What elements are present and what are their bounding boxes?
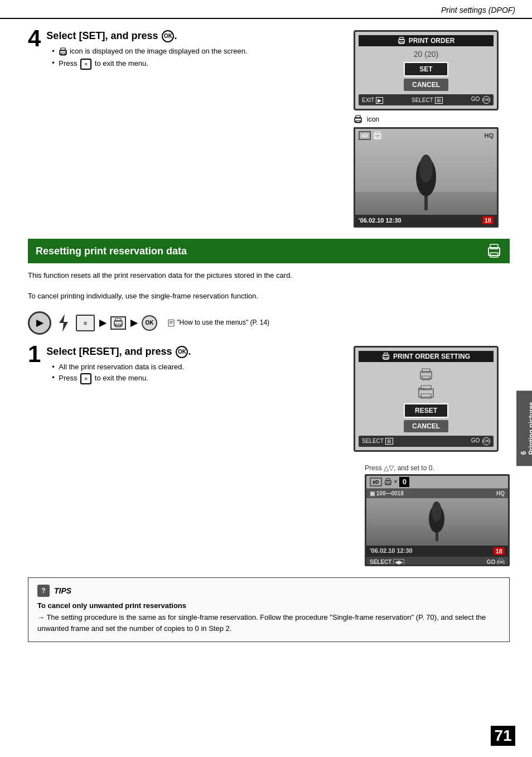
tips-title: TIPS: [54, 586, 71, 595]
step4-section: 4 Select [SET], and press OK.: [28, 30, 510, 228]
svg-rect-23: [168, 320, 174, 326]
svg-point-3: [65, 51, 66, 52]
preview-top-overlay: xD HQ: [359, 131, 494, 140]
tips-left: ? TIPS To cancel only unwanted print res…: [37, 585, 500, 635]
icon-label-row: icon: [354, 115, 510, 124]
svg-point-12: [419, 155, 433, 182]
side-tab: 6 Printing pictures: [516, 390, 532, 466]
nav-bracket: [110, 316, 126, 330]
svg-rect-31: [422, 369, 430, 373]
side-tab-number: 6: [520, 451, 528, 455]
note-text: Press △▽, and set to 0.: [365, 464, 510, 472]
lcd-cancel-btn: CANCEL: [404, 79, 448, 91]
svg-rect-32: [422, 376, 430, 380]
step1-number: 1: [28, 343, 41, 366]
lcd2-select: SELECT ⊞: [362, 438, 393, 444]
hq-label-2: HQ: [496, 490, 505, 496]
step1-section: 1 Select [RESET], and press OK. All the …: [28, 346, 510, 454]
lcd2-title: PRINT ORDER SETTING: [393, 353, 470, 360]
svg-rect-36: [421, 394, 431, 398]
preview2-print-icon: [384, 478, 392, 486]
book-icon: [167, 319, 175, 327]
lcd2-reset-btn: RESET: [404, 403, 448, 418]
preview2-select: SELECT ◀▶: [370, 559, 404, 565]
preview2-go: GO OK: [487, 558, 505, 566]
lcd-print-order: PRINT ORDER 20 (20) SET CANCEL EXIT ▶ SE…: [354, 30, 499, 110]
xd-badge: xD: [359, 131, 371, 140]
tips-row: ? TIPS To cancel only unwanted print res…: [37, 585, 500, 635]
lcd-select: SELECT ⊞: [412, 97, 443, 103]
nav-row: ▶ ≡ ▶ ▶ OK "How to use the menus: [28, 311, 510, 335]
step4-content: Select [SET], and press OK. icon is disp…: [46, 30, 247, 72]
file-info: ▣ 100—0018: [370, 490, 404, 496]
xd-badge-2: xD: [370, 478, 382, 486]
step1-content: Select [RESET], and press OK. All the pr…: [46, 346, 191, 387]
step1-bullets: All the print reservation data is cleare…: [46, 363, 191, 384]
go-ok-circle-2: OK: [482, 437, 490, 445]
section-title: Resetting print reservation data: [36, 245, 187, 257]
nav-play-btn: ▶: [28, 311, 51, 335]
all-print-icon: ALL: [417, 383, 436, 399]
preview-bottom-overlay: '06.02.10 12:30 18: [355, 215, 497, 226]
print-icon: [59, 47, 67, 56]
step4-bullet-1: icon is displayed on the image displayed…: [52, 47, 247, 56]
lcd2-icon-area: ALL: [359, 365, 494, 401]
tips-sub-title: To cancel only unwanted print reservatio…: [37, 601, 500, 610]
preview2-navbar: SELECT ◀▶ GO OK: [366, 557, 508, 566]
step4-left: 4 Select [SET], and press OK.: [28, 30, 342, 79]
hq-badge: HQ: [485, 132, 494, 139]
step1-bullet-1: All the print reservation data is cleare…: [52, 363, 191, 371]
lcd-print-icon: [398, 37, 405, 45]
section-desc-2: To cancel printing individually, use the…: [28, 291, 510, 302]
step4-right: PRINT ORDER 20 (20) SET CANCEL EXIT ▶ SE…: [354, 30, 510, 228]
nav-flash-icon: [56, 313, 71, 333]
preview2-image: [366, 498, 508, 546]
tips-header: ? TIPS: [37, 585, 500, 597]
camera-preview: xD HQ '06.02.10 12:30 18: [354, 127, 499, 228]
lcd2-bottom-bar: SELECT ⊞ GO OK: [359, 436, 494, 447]
nav-arrows: ◀▶: [393, 559, 404, 566]
exit-icon: ▶: [376, 97, 383, 104]
tips-icon: ?: [37, 585, 50, 597]
lcd2-go: GO OK: [471, 437, 490, 445]
select-icon-2: ⊞: [385, 438, 393, 445]
preview-number: 18: [482, 216, 494, 224]
step1-right: PRINT ORDER SETTING ALL: [354, 346, 510, 454]
go-ok-3: OK: [497, 558, 505, 566]
menu-icon: ≡: [80, 59, 91, 70]
svg-marker-19: [59, 314, 68, 332]
lcd2-cancel-btn: CANCEL: [404, 420, 448, 432]
lcd-print-order-setting: PRINT ORDER SETTING ALL: [354, 346, 499, 452]
ok-button-icon-2: OK: [176, 346, 188, 358]
single-print-icon: [418, 368, 434, 381]
nav-ref: "How to use the menus" (P. 14): [167, 319, 269, 327]
preview-print-icon: [373, 131, 382, 140]
step1-bullet-2: Press ≡ to exit the menu.: [52, 373, 191, 384]
nav-menu-btn: ≡: [76, 315, 95, 331]
svg-rect-2: [61, 53, 65, 55]
step4-number: 4: [28, 27, 41, 50]
preview2-filename: ▣ 100—0018 HQ: [366, 489, 508, 498]
preview-date: '06.02.10 12:30: [359, 217, 402, 224]
camera-preview-2: xD × 0 ▣ 100—0018 HQ: [365, 474, 510, 566]
lcd-title: PRINT ORDER: [409, 37, 455, 45]
nav-icon-svg: [56, 313, 71, 333]
nav-arrow-2: ▶: [130, 317, 137, 328]
lcd-title-bar: PRINT ORDER: [359, 35, 494, 46]
lcd2-title-bar: PRINT ORDER SETTING: [359, 351, 494, 362]
step1-left: 1 Select [RESET], and press OK. All the …: [28, 346, 342, 393]
select-icon: ⊞: [435, 97, 443, 104]
section-header: Resetting print reservation data: [28, 239, 510, 263]
note-right: Press △▽, and set to 0. xD × 0: [365, 460, 510, 566]
bracket-print-icon: [113, 318, 124, 328]
preview2-tree: [426, 499, 448, 541]
nav-ok-btn: OK: [142, 315, 157, 331]
page-number: 71: [491, 726, 515, 746]
preview2-bottom: '06.02.10 12:30 18: [366, 546, 508, 557]
step4-bullet-2: Press ≡ to exit the menu.: [52, 59, 247, 70]
nav-arrow-1: ▶: [99, 317, 106, 328]
zero-count: 0: [399, 477, 409, 487]
preview2-icon-strip: xD × 0: [366, 476, 508, 489]
svg-point-42: [432, 502, 442, 522]
lcd-bottom-bar: EXIT ▶ SELECT ⊞ GO OK: [359, 94, 494, 105]
